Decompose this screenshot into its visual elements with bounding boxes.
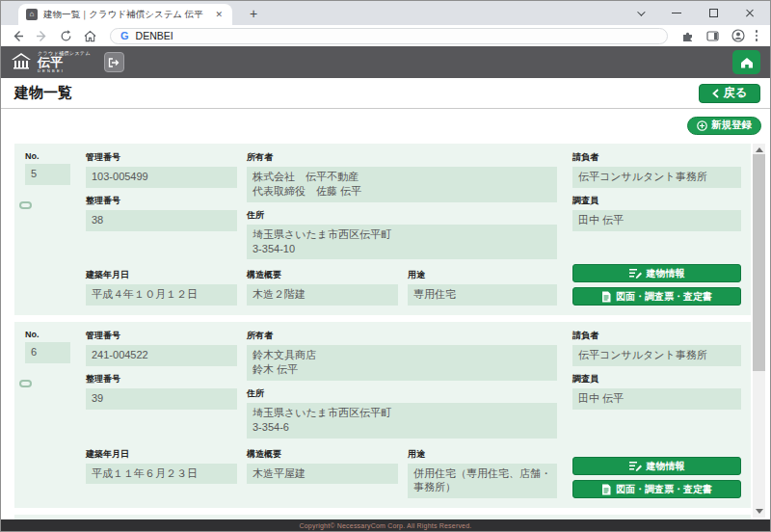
browser-toolbar: G DENBEI [1,25,770,46]
side-panel-icon[interactable] [705,28,721,43]
scroll-up-icon[interactable] [756,147,763,152]
tab-close-icon[interactable]: ✕ [213,10,225,19]
contractor-label: 請負者 [572,151,741,164]
building-record: No. 5 管理番号 103-005499 整理番号 38 所有者 株式会社 伝… [14,144,751,315]
built-value: 平成４年１０月１２日 [86,284,237,306]
back-icon[interactable] [10,28,25,43]
list-edit-icon [629,461,642,471]
no-value: 5 [25,164,70,185]
browser-home-icon[interactable] [82,28,97,43]
contractor-label: 請負者 [572,330,741,342]
address-label: 住所 [247,387,557,400]
toolbar-right [680,28,762,43]
page-title: 建物一覧 [14,84,72,102]
kanri-label: 管理番号 [86,330,237,342]
structure-value: 木造平屋建 [247,464,398,485]
link-icon[interactable] [19,380,32,387]
app-header: クラウド補償システム 伝平 DENBEI [1,46,770,78]
no-value: 6 [25,342,70,363]
site-favicon-icon: ⌂ [26,9,38,20]
structure-value: 木造２階建 [247,284,398,306]
kanri-value: 241-004522 [86,345,237,366]
building-record: No. 6 管理番号 241-004522 整理番号 39 所有者 鈴木文具商店… [14,322,751,508]
tab-strip: ⌂ 建物一覧｜クラウド補償システム 伝平 ✕ + [1,1,770,25]
logout-button[interactable] [104,52,124,72]
kanri-label: 管理番号 [86,151,237,164]
window-controls [622,1,768,25]
home-button[interactable] [732,50,760,74]
logo-title: 伝平 [38,56,91,69]
copyright-text: Copyright© NecessaryCom Corp. All Rights… [300,522,472,529]
contractor-value: 伝平コンサルタント事務所 [572,167,741,188]
built-label: 建築年月日 [86,448,237,461]
built-value: 平成１１年６月２３日 [86,464,237,485]
new-tab-button[interactable]: + [244,5,263,22]
close-button[interactable] [731,1,768,25]
list-edit-icon [629,268,642,279]
scrollbar-thumb[interactable] [753,154,765,371]
no-label: No. [25,151,70,161]
actions-row: 新規登録 [1,109,770,142]
usage-label: 用途 [408,269,557,281]
documents-button[interactable]: 図面・調査票・査定書 [572,287,741,306]
owner-label: 所有者 [247,151,557,164]
usage-value: 専用住宅 [408,284,557,306]
tab-title: 建物一覧｜クラウド補償システム 伝平 [43,9,207,21]
address-value: 埼玉県さいたま市西区伝平町 3-354-10 [247,225,557,260]
structure-label: 構造概要 [247,269,398,281]
chevron-left-icon [712,89,719,98]
structure-label: 構造概要 [247,448,398,461]
no-label: No. [25,330,70,339]
built-label: 建築年月日 [86,269,237,281]
kanri-value: 103-005499 [86,167,237,188]
app-logo[interactable]: クラウド補償システム 伝平 DENBEI [38,51,91,73]
seiri-value: 38 [86,210,237,231]
surveyor-label: 調査員 [572,373,741,386]
extensions-puzzle-icon[interactable] [680,28,696,43]
seiri-label: 整理番号 [86,373,237,386]
minimize-button[interactable] [658,1,695,25]
browser-tab[interactable]: ⌂ 建物一覧｜クラウド補償システム 伝平 ✕ [18,4,232,25]
usage-value: 併用住宅（専用住宅、店舗・事務所） [408,464,557,499]
forward-icon[interactable] [34,28,49,43]
reload-icon[interactable] [58,28,73,43]
owner-value: 株式会社 伝平不動産 代表取締役 佐藤 伝平 [247,167,557,202]
owner-label: 所有者 [247,330,557,342]
new-registration-button[interactable]: 新規登録 [687,117,761,135]
address-value: 埼玉県さいたま市西区伝平町 3-354-6 [247,403,557,439]
seiri-value: 39 [86,388,237,410]
address-label: 住所 [247,209,557,222]
menu-kebab-icon[interactable] [756,30,758,41]
vertical-scrollbar[interactable] [753,144,765,518]
link-icon[interactable] [19,201,32,209]
scroll-down-icon[interactable] [756,509,763,514]
documents-button[interactable]: 図面・調査票・査定書 [572,480,741,498]
owner-value: 鈴木文具商店 鈴木 伝平 [247,345,557,381]
page-footer: Copyright© NecessaryCom Corp. All Rights… [1,519,770,531]
building-list: No. 5 管理番号 103-005499 整理番号 38 所有者 株式会社 伝… [1,142,770,519]
url-text: DENBEI [136,30,173,41]
building-info-button[interactable]: 建物情報 [572,457,741,475]
usage-label: 用途 [408,448,557,461]
document-icon [601,484,611,495]
contractor-value: 伝平コンサルタント事務所 [572,345,741,366]
surveyor-value: 田中 伝平 [572,388,741,410]
surveyor-label: 調査員 [572,195,741,207]
page-header: 建物一覧 戻る [1,78,770,109]
browser-window: ⌂ 建物一覧｜クラウド補償システム 伝平 ✕ + G DENBEI [0,0,771,532]
maximize-button[interactable] [695,1,731,25]
back-button[interactable]: 戻る [699,84,760,103]
profile-avatar-icon[interactable] [731,28,746,43]
record-no-column: No. 5 [25,151,70,306]
building-info-button[interactable]: 建物情報 [572,264,741,282]
plus-circle-icon [697,120,707,131]
denbei-house-logo-icon [11,52,32,73]
seiri-label: 整理番号 [86,195,237,207]
url-bar[interactable]: G DENBEI [110,28,668,44]
logo-subtitle: DENBEI [38,69,91,73]
record-no-column: No. 6 [25,330,70,498]
window-menu-chevron-icon[interactable] [622,1,658,25]
surveyor-value: 田中 伝平 [572,210,741,231]
google-icon: G [120,31,129,41]
document-icon [601,291,611,303]
